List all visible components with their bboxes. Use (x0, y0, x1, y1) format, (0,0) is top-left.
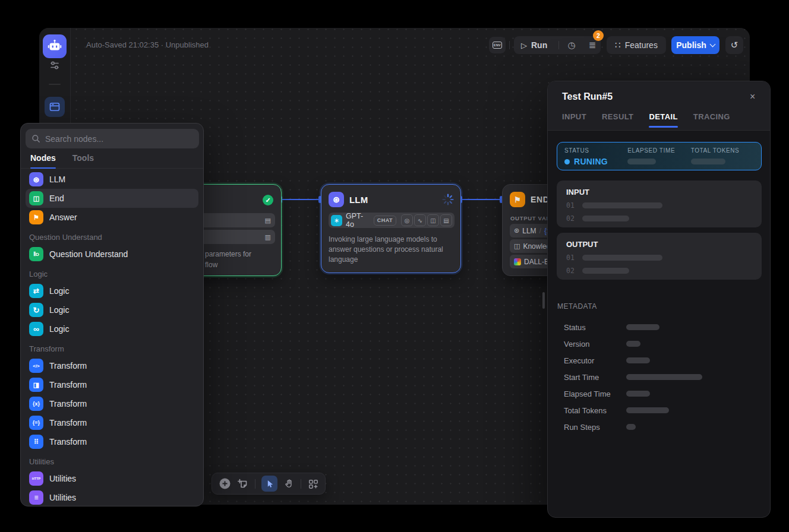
node-item-label: Transform (49, 418, 87, 428)
node-item[interactable]: ⊛ LLM (26, 170, 198, 189)
node-item[interactable]: HTTP Utilities (26, 469, 198, 488)
panel-scrollbar[interactable] (542, 292, 545, 309)
end-node-title: END (531, 195, 549, 204)
organize-nodes-button[interactable] (308, 479, 318, 489)
node-type-icon: HTTP (29, 471, 43, 486)
line-number: 01 (566, 201, 575, 210)
status-value: RUNING (574, 157, 608, 166)
variable-source-icon: ◫ (514, 242, 520, 250)
end-node-icon: ⚑ (510, 192, 525, 207)
node-type-icon: ⊛ (29, 172, 43, 186)
node-item[interactable]: ≡ Utilities (26, 488, 198, 507)
search-placeholder: Search nodes... (45, 134, 103, 144)
close-button[interactable]: × (750, 91, 755, 102)
metadata-row: Run Steps (564, 419, 760, 435)
test-run-tab[interactable]: DETAIL (649, 112, 677, 128)
skeleton-value (582, 202, 662, 208)
metadata-label: Version (564, 340, 626, 349)
add-note-button[interactable] (238, 479, 248, 489)
skeleton-value (626, 341, 640, 347)
skeleton-value (626, 391, 650, 397)
node-item-label: Logic (49, 286, 69, 296)
search-input[interactable]: Search nodes... (26, 129, 199, 148)
version-history-button[interactable]: ↺ (725, 36, 743, 54)
node-panel-tab[interactable]: Tools (72, 153, 94, 168)
skeleton-value (691, 159, 725, 164)
node-group: Transform </> Transform ◨ Transform (26, 338, 198, 451)
node-type-icon: ◨ (29, 378, 43, 392)
cursor-icon (265, 479, 274, 489)
edge-llm-to-end (462, 199, 500, 200)
node-type-icon: {=} (29, 416, 43, 430)
node-group: Logic ⇄ Logic ↻ Logic (26, 264, 198, 338)
test-run-tab[interactable]: INPUT (562, 112, 586, 128)
env-variables-button[interactable]: ENV (489, 37, 506, 53)
node-panel-tab[interactable]: Nodes (30, 153, 56, 168)
node-type-icon: ∞ (29, 322, 43, 336)
capability-icon: ▤ (440, 214, 452, 226)
toolbar-divider (255, 479, 255, 489)
node-type-icon: ◫ (29, 191, 43, 205)
hand-tool-button[interactable] (284, 479, 294, 489)
workflow-settings-icon[interactable] (49, 59, 61, 71)
elapsed-time-label: ELAPSED TIME (627, 147, 690, 154)
node-item[interactable]: ↻ Logic (26, 300, 198, 319)
metadata-row: Version (564, 335, 760, 352)
node-item-label: Transform (49, 380, 87, 390)
node-item[interactable]: ⠿ Transform (26, 432, 198, 451)
node-type-icon: </> (29, 359, 43, 373)
metadata-label: Status (564, 323, 626, 332)
skeleton-value (582, 255, 662, 261)
hand-icon (284, 479, 294, 489)
test-run-header: Test Run#5 × INPUT RESULT DETAIL TRACING (548, 81, 770, 131)
run-history-button[interactable]: ◷ (563, 36, 580, 54)
add-node-button[interactable] (219, 477, 231, 490)
test-run-title: Test Run#5 (562, 91, 613, 102)
run-group-divider (558, 41, 559, 49)
publish-button[interactable]: Publish (671, 36, 719, 54)
test-run-panel: Test Run#5 × INPUT RESULT DETAIL TRACING… (547, 81, 771, 518)
node-group-label: Transform (26, 338, 198, 356)
skeleton-value (582, 216, 629, 221)
test-run-tab[interactable]: RESULT (602, 112, 633, 128)
node-item[interactable]: {x} Transform (26, 394, 198, 413)
skeleton-value (627, 159, 656, 164)
docs-icon: ▥ (265, 233, 271, 241)
node-item[interactable]: ⅡD Question Understand (26, 245, 198, 264)
test-run-tab[interactable]: TRACING (693, 112, 730, 128)
features-button[interactable]: ∷ Features (607, 36, 666, 54)
run-history-icon: ◷ (567, 40, 575, 50)
run-button[interactable]: ▷ Run (514, 36, 554, 54)
node-item[interactable]: </> Transform (26, 356, 198, 375)
line-number: 02 (566, 214, 575, 223)
llm-node[interactable]: ⊛ LLM ∗ GPT-4o CHAT (321, 184, 461, 273)
app-logo-robot-icon[interactable] (43, 34, 67, 58)
io-card-title: OUTPUT (566, 240, 752, 249)
llm-node-icon: ⊛ (329, 192, 344, 207)
node-item-label: Transform (49, 437, 87, 446)
io-row: 01 (566, 254, 752, 262)
node-item[interactable]: {=} Transform (26, 413, 198, 432)
node-group-label: Utilities (26, 451, 198, 469)
preview-window-icon[interactable] (45, 97, 65, 117)
node-item[interactable]: ⇄ Logic (26, 281, 198, 300)
skeleton-value (626, 357, 650, 363)
metadata-title: METADATA (557, 302, 597, 311)
metadata-label: Total Tokens (564, 406, 626, 415)
node-item[interactable]: ◨ Transform (26, 375, 198, 394)
node-type-icon: ⅡD (29, 247, 43, 261)
pointer-tool-button[interactable] (261, 476, 277, 492)
node-item-label: Utilities (49, 493, 76, 502)
llm-node-title: LLM (349, 195, 368, 205)
node-item[interactable]: ◫ End (26, 189, 198, 208)
io-card: INPUT 01 02 (557, 180, 762, 227)
node-item[interactable]: ∞ Logic (26, 319, 198, 338)
model-selector[interactable]: ∗ GPT-4o CHAT ◎ ∿ ◫ ▤ (329, 213, 455, 228)
node-group-label: Logic (26, 264, 198, 281)
node-item[interactable]: ⚑ Answer (26, 208, 198, 227)
skeleton-value (626, 407, 669, 413)
status-label: STATUS (564, 147, 627, 154)
variable-source-icon (514, 258, 521, 265)
publish-label: Publish (676, 40, 706, 50)
node-type-icon: ↻ (29, 303, 43, 317)
